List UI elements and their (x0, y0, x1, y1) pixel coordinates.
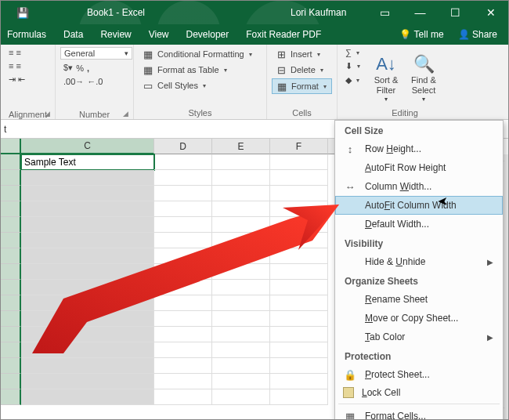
comma-icon[interactable]: , (87, 63, 89, 73)
row-header[interactable] (1, 280, 21, 295)
cell[interactable] (212, 358, 270, 374)
clear-icon[interactable]: ◆ (342, 74, 364, 86)
cell[interactable] (154, 154, 212, 170)
cell[interactable] (21, 280, 154, 295)
row-header[interactable] (1, 217, 21, 233)
menu-rename-sheet[interactable]: Rename Sheet (335, 290, 503, 309)
close-button[interactable]: ✕ (473, 1, 508, 24)
cell[interactable] (21, 358, 154, 374)
cell[interactable] (270, 233, 328, 248)
cell[interactable] (270, 154, 328, 170)
row-header[interactable] (1, 233, 21, 248)
cell[interactable] (21, 201, 154, 217)
cell[interactable] (270, 248, 328, 264)
column-header-f[interactable]: F (270, 139, 328, 154)
cell[interactable] (21, 327, 154, 342)
menu-format-cells[interactable]: ▦Format Cells... (335, 407, 503, 420)
column-header-e[interactable]: E (212, 139, 270, 154)
tab-data[interactable]: Data (63, 29, 83, 40)
column-header-c[interactable]: C (21, 139, 154, 154)
cell[interactable] (212, 217, 270, 233)
delete-cells-button[interactable]: ⊟Delete (272, 63, 332, 77)
number-launcher-icon[interactable]: ◢ (123, 110, 128, 118)
cell[interactable] (154, 264, 212, 280)
cell[interactable] (154, 217, 212, 233)
cell[interactable] (21, 217, 154, 233)
align-left-icon[interactable]: ≡ ≡ (5, 60, 28, 71)
cell[interactable] (212, 170, 270, 186)
share-button[interactable]: 👤 Share (458, 29, 497, 40)
cell[interactable] (21, 264, 154, 280)
cell[interactable] (212, 327, 270, 342)
cell[interactable] (212, 201, 270, 217)
cell[interactable] (270, 374, 328, 389)
menu-move-copy[interactable]: Move or Copy Sheet... (335, 309, 503, 328)
cell[interactable] (212, 311, 270, 327)
increase-decimal-icon[interactable]: .00→ (63, 77, 84, 86)
formula-input[interactable]: t (4, 124, 6, 135)
tab-foxit[interactable]: Foxit Reader PDF (246, 29, 321, 40)
menu-row-height[interactable]: ↕Row Height... (335, 139, 503, 158)
menu-hide-unhide[interactable]: Hide & Unhide▶ (335, 252, 503, 271)
cell[interactable] (154, 201, 212, 217)
cell[interactable] (154, 280, 212, 295)
row-header[interactable] (1, 374, 21, 389)
row-header[interactable] (1, 389, 21, 405)
cell[interactable] (154, 295, 212, 311)
row-header[interactable] (1, 295, 21, 311)
cell[interactable] (154, 327, 212, 342)
row-header[interactable] (1, 311, 21, 327)
percent-icon[interactable]: % (76, 63, 84, 73)
cell[interactable] (21, 389, 154, 405)
cell-c1[interactable]: Sample Text (21, 154, 154, 170)
cell[interactable] (270, 295, 328, 311)
cell[interactable] (21, 248, 154, 264)
cell[interactable] (270, 186, 328, 201)
cell[interactable] (154, 342, 212, 358)
cell[interactable] (212, 154, 270, 170)
cell[interactable] (270, 201, 328, 217)
minimize-button[interactable]: — (403, 1, 438, 24)
tab-developer[interactable]: Developer (186, 29, 229, 40)
tab-formulas[interactable]: Formulas (7, 29, 46, 40)
cell[interactable] (21, 342, 154, 358)
row-header[interactable] (1, 170, 21, 186)
cell[interactable] (154, 374, 212, 389)
alignment-launcher-icon[interactable]: ◢ (45, 110, 50, 118)
menu-default-width[interactable]: Default Width... (335, 215, 503, 234)
decrease-decimal-icon[interactable]: ←.0 (87, 77, 103, 86)
cell[interactable] (154, 358, 212, 374)
cell[interactable] (21, 186, 154, 201)
format-as-table-button[interactable]: ▦Format as Table (139, 63, 262, 77)
cell[interactable] (154, 170, 212, 186)
cell[interactable] (212, 233, 270, 248)
format-cells-button[interactable]: ▦Format (272, 78, 332, 94)
cell[interactable] (270, 217, 328, 233)
row-header[interactable] (1, 201, 21, 217)
cell-styles-button[interactable]: ▭Cell Styles (139, 78, 262, 92)
menu-column-width[interactable]: ↔Column Width... (335, 177, 503, 196)
cell[interactable] (21, 233, 154, 248)
cell[interactable] (212, 295, 270, 311)
cell[interactable] (154, 389, 212, 405)
autosum-icon[interactable]: ∑ (342, 47, 364, 58)
menu-tab-color[interactable]: Tab Color▶ (335, 328, 503, 346)
save-icon[interactable]: 💾 (16, 6, 29, 19)
insert-cells-button[interactable]: ⊞Insert (272, 47, 332, 61)
cell[interactable] (270, 389, 328, 405)
ribbon-options-icon[interactable]: ▭ (367, 1, 403, 24)
cell[interactable] (154, 186, 212, 201)
cell[interactable] (21, 295, 154, 311)
row-header[interactable] (1, 248, 21, 264)
cell[interactable] (212, 264, 270, 280)
row-header[interactable] (1, 342, 21, 358)
menu-autofit-column[interactable]: AutoFit Column Width (335, 196, 503, 215)
cell[interactable] (212, 389, 270, 405)
cell[interactable] (270, 170, 328, 186)
row-header[interactable] (1, 358, 21, 374)
select-all-corner[interactable] (1, 139, 21, 154)
number-format-select[interactable]: General▾ (60, 47, 132, 60)
cell[interactable] (212, 280, 270, 295)
tell-me[interactable]: 💡 Tell me (399, 29, 443, 40)
cell[interactable] (270, 311, 328, 327)
